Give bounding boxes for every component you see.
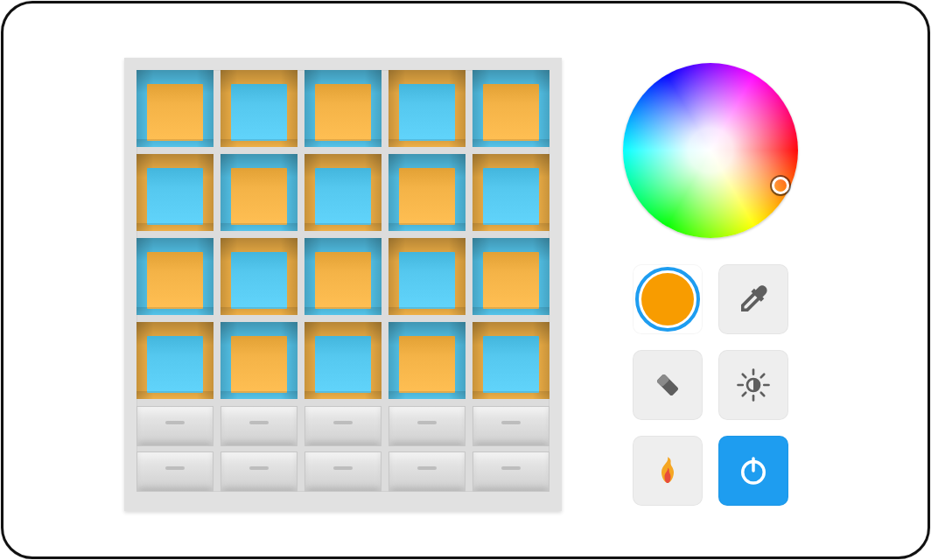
shelf-cubby[interactable] [472,70,550,147]
shelf-cubby[interactable] [136,154,214,231]
flame-button[interactable] [633,436,703,506]
shelf-cubby[interactable] [388,322,466,399]
shelf-cubby[interactable] [304,70,382,147]
current-color-button[interactable] [633,264,703,334]
drawer[interactable] [136,452,214,492]
drawer-stack [304,406,382,492]
drawers-row [136,406,550,492]
brightness-button[interactable] [718,350,788,420]
color-wheel-handle[interactable] [772,177,789,194]
eraser-button[interactable] [633,350,703,420]
shelf-grid [136,70,550,399]
shelf-cubby[interactable] [388,238,466,315]
shelf-unit [124,58,562,511]
shelf-cubby[interactable] [388,154,466,231]
shelf-cubby[interactable] [388,70,466,147]
svg-line-7 [743,374,746,378]
drawer[interactable] [304,406,382,446]
shelf-cubby[interactable] [136,70,214,147]
device-frame [1,1,930,559]
shelf-cubby[interactable] [304,238,382,315]
drawer[interactable] [388,452,466,492]
drawer[interactable] [472,452,550,492]
drawer[interactable] [220,452,298,492]
shelf-cubby[interactable] [136,322,214,399]
drawer-stack [472,406,550,492]
shelf-cubby[interactable] [472,154,550,231]
drawer[interactable] [472,406,550,446]
shelf-cubby[interactable] [220,70,298,147]
svg-line-10 [761,374,765,378]
drawer-stack [388,406,466,492]
eraser-icon [649,367,686,403]
svg-line-8 [761,393,765,396]
shelf-cubby[interactable] [472,322,550,399]
shelf-frame [124,58,562,511]
drawer[interactable] [304,452,382,492]
shelf-cubby[interactable] [136,238,214,315]
shelf-cubby[interactable] [220,154,298,231]
shelf-cubby[interactable] [304,154,382,231]
svg-line-9 [743,393,746,396]
stage [24,23,906,537]
shelf-cubby[interactable] [220,322,298,399]
drawer-stack [136,406,214,492]
shelf-cubby[interactable] [472,238,550,315]
eyedropper-icon [735,281,772,318]
svg-rect-0 [656,374,679,396]
shelf-cubby[interactable] [220,238,298,315]
eyedropper-button[interactable] [718,264,788,334]
swatch-inner [641,273,694,326]
flame-icon [649,452,686,489]
shelf-cubby[interactable] [304,322,382,399]
drawer-stack [220,406,298,492]
drawer[interactable] [136,406,214,446]
power-button[interactable] [718,436,788,506]
swatch-ring [635,267,700,332]
drawer[interactable] [220,406,298,446]
color-wheel[interactable] [623,63,798,238]
tool-grid [633,264,788,506]
power-icon [735,452,772,489]
brightness-icon [735,367,772,403]
drawer[interactable] [388,406,466,446]
controls-column [614,63,807,506]
